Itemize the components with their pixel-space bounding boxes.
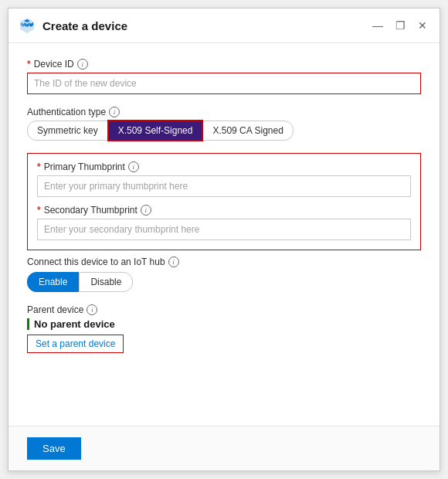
parent-device-label-text: Parent device	[27, 304, 83, 315]
auth-type-info-icon[interactable]: i	[109, 107, 120, 117]
connect-toggle-buttons: Enable Disable	[27, 272, 421, 292]
parent-device-info-icon[interactable]: i	[87, 304, 97, 315]
enable-button[interactable]: Enable	[27, 272, 79, 292]
required-indicator: *	[27, 59, 31, 70]
device-id-group: * Device ID i	[27, 59, 421, 94]
primary-thumbprint-field: * Primary Thumbprint i	[37, 161, 411, 197]
secondary-thumbprint-input[interactable]	[37, 219, 411, 240]
required-indicator: *	[37, 161, 41, 172]
thumbprint-group: * Primary Thumbprint i * Secondary Thumb…	[27, 153, 421, 250]
device-id-label-text: Device ID	[34, 59, 74, 70]
app-icon	[18, 16, 36, 35]
primary-thumbprint-input[interactable]	[37, 175, 411, 197]
device-id-info-icon[interactable]: i	[77, 59, 88, 70]
close-button[interactable]: ✕	[415, 19, 430, 32]
auth-x509self-button[interactable]: X.509 Self-Signed	[108, 121, 203, 141]
secondary-thumbprint-label-text: Secondary Thumbprint	[44, 205, 137, 216]
title-bar-left: Create a device	[18, 16, 127, 35]
restore-button[interactable]: ❐	[392, 19, 409, 32]
create-device-window: Create a device — ❐ ✕ * Device ID i Auth…	[8, 8, 440, 471]
window-title: Create a device	[42, 19, 127, 32]
minimize-button[interactable]: —	[369, 19, 386, 32]
secondary-thumbprint-info-icon[interactable]: i	[141, 205, 151, 216]
disable-button[interactable]: Disable	[79, 272, 133, 292]
secondary-thumbprint-label: * Secondary Thumbprint i	[37, 205, 411, 216]
parent-device-value: No parent device	[27, 318, 421, 330]
auth-type-label-text: Authentication type	[27, 107, 106, 117]
auth-type-label: Authentication type i	[27, 107, 421, 117]
auth-type-group: Authentication type i Symmetric key X.50…	[27, 107, 421, 141]
auth-x509ca-button[interactable]: X.509 CA Signed	[202, 121, 293, 141]
title-bar-controls: — ❐ ✕	[369, 19, 430, 32]
connect-iot-hub-label: Connect this device to an IoT hub i	[27, 256, 421, 267]
save-button[interactable]: Save	[27, 437, 81, 460]
secondary-thumbprint-field: * Secondary Thumbprint i	[37, 205, 411, 240]
required-indicator: *	[37, 205, 41, 216]
form-content: * Device ID i Authentication type i Symm…	[8, 43, 440, 426]
title-bar: Create a device — ❐ ✕	[8, 8, 440, 43]
form-footer: Save	[8, 426, 440, 471]
device-id-label: * Device ID i	[27, 59, 421, 70]
primary-thumbprint-label: * Primary Thumbprint i	[37, 161, 411, 172]
set-parent-device-button[interactable]: Set a parent device	[27, 335, 124, 353]
parent-device-label: Parent device i	[27, 304, 421, 315]
device-id-input[interactable]	[27, 73, 421, 94]
parent-device-group: Parent device i No parent device Set a p…	[27, 304, 421, 353]
primary-thumbprint-label-text: Primary Thumbprint	[44, 161, 125, 172]
auth-type-buttons: Symmetric key X.509 Self-Signed X.509 CA…	[27, 121, 421, 141]
connect-iot-hub-label-text: Connect this device to an IoT hub	[27, 256, 165, 267]
connect-iot-hub-info-icon[interactable]: i	[168, 256, 179, 267]
auth-symmetric-key-button[interactable]: Symmetric key	[27, 121, 108, 141]
primary-thumbprint-info-icon[interactable]: i	[128, 161, 139, 172]
connect-iot-hub-group: Connect this device to an IoT hub i Enab…	[27, 256, 421, 292]
